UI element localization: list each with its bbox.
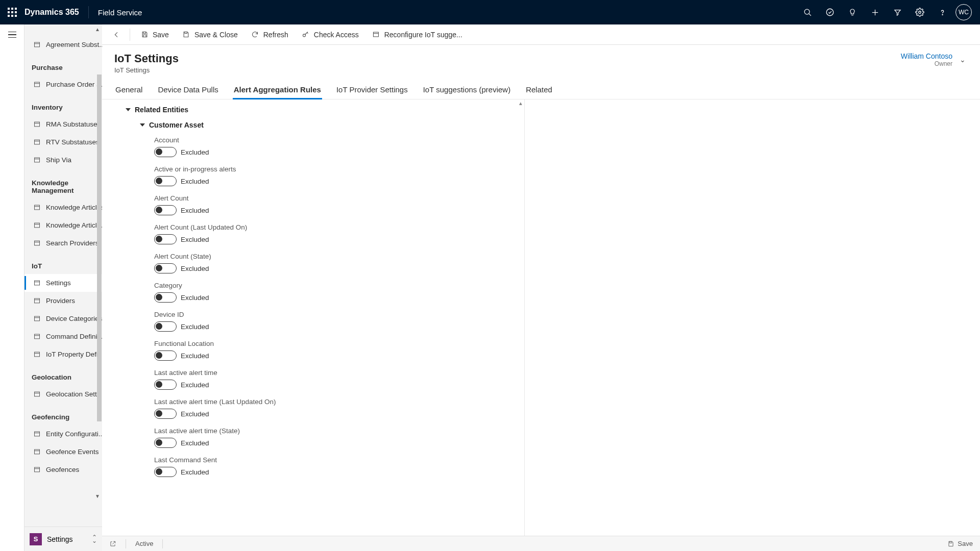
refresh-button[interactable]: Refresh xyxy=(246,27,293,43)
sidebar-item-label: Purchase Order S... xyxy=(46,81,102,88)
form-field: Device IDExcluded xyxy=(154,311,512,332)
field-label: Alert Count (State) xyxy=(154,253,512,260)
sidebar-item[interactable]: RMA Substatuses xyxy=(24,115,102,133)
popout-button[interactable] xyxy=(109,540,116,547)
tab[interactable]: IoT Provider Settings xyxy=(335,80,409,99)
generic-icon xyxy=(33,297,41,305)
refresh-icon xyxy=(251,31,259,39)
sidebar-item-label: RTV Substatuses xyxy=(46,138,100,146)
toggle-switch[interactable] xyxy=(154,350,177,361)
toggle-state-label: Excluded xyxy=(181,323,209,331)
user-avatar[interactable]: WC xyxy=(955,4,972,20)
toggle-switch[interactable] xyxy=(154,205,177,215)
arrow-left-icon xyxy=(112,31,120,39)
sidebar-item[interactable]: Entity Configurati... xyxy=(24,425,102,443)
record-status: Active xyxy=(135,540,153,547)
generic-icon xyxy=(33,350,41,359)
svg-rect-47 xyxy=(950,541,952,543)
toggle-switch[interactable] xyxy=(154,438,177,448)
area-switcher-button[interactable]: S Settings ⌃⌄ xyxy=(24,527,102,551)
toggle-switch[interactable] xyxy=(154,409,177,419)
filter-button[interactable] xyxy=(886,0,909,24)
svg-rect-35 xyxy=(34,432,39,436)
field-label: Device ID xyxy=(154,311,512,318)
reconfigure-button[interactable]: Reconfigure IoT sugge... xyxy=(367,27,468,43)
reconfigure-label: Reconfigure IoT sugge... xyxy=(384,31,462,39)
toggle-state-label: Excluded xyxy=(181,294,209,302)
save-button[interactable]: Save xyxy=(135,27,174,43)
sidebar-scrollbar[interactable] xyxy=(97,74,102,421)
save-close-button[interactable]: Save & Close xyxy=(177,27,243,43)
tab[interactable]: IoT suggestions (preview) xyxy=(422,80,511,99)
toggle-knob xyxy=(156,148,162,155)
sidebar-item[interactable]: Agreement Subst... xyxy=(24,36,102,54)
sidebar-item[interactable]: Providers xyxy=(24,292,102,310)
sidebar-item[interactable]: RTV Substatuses xyxy=(24,133,102,151)
sidebar-item[interactable]: Knowledge Articles xyxy=(24,198,102,216)
form-field: Last active alert time (Last Updated On)… xyxy=(154,398,512,419)
generic-icon xyxy=(33,204,41,212)
settings-button[interactable] xyxy=(909,0,931,24)
field-label: Alert Count xyxy=(154,194,512,202)
add-button[interactable] xyxy=(864,0,886,24)
sidebar-item[interactable]: Command Definiti... xyxy=(24,328,102,345)
svg-rect-41 xyxy=(143,32,145,34)
record-owner-button[interactable]: William Contoso Owner ⌄ xyxy=(901,52,966,67)
tab[interactable]: Device Data Pulls xyxy=(157,80,219,99)
sidebar-item-label: Geolocation Setti... xyxy=(46,390,102,398)
sidebar-item[interactable]: Knowledge Article... xyxy=(24,216,102,234)
form-field: AccountExcluded xyxy=(154,136,512,157)
generic-icon xyxy=(33,120,41,129)
sitemap-toggle-button[interactable] xyxy=(0,24,24,45)
sidebar-item[interactable]: Purchase Order S... xyxy=(24,76,102,93)
toggle-switch[interactable] xyxy=(154,292,177,303)
tab[interactable]: Related xyxy=(525,80,553,99)
toggle-switch[interactable] xyxy=(154,467,177,477)
sidebar-item[interactable]: Geofences xyxy=(24,461,102,479)
sidebar-item[interactable]: Geolocation Setti... xyxy=(24,385,102,403)
toggle-switch[interactable] xyxy=(154,321,177,332)
sidebar-item[interactable]: Settings xyxy=(24,274,102,292)
tab[interactable]: General xyxy=(114,80,143,99)
sidebar-scroll-down[interactable]: ▼ xyxy=(95,493,100,499)
tab[interactable]: Alert Aggregation Rules xyxy=(233,80,322,99)
toggle-switch[interactable] xyxy=(154,234,177,244)
toggle-state-label: Excluded xyxy=(181,381,209,389)
form-field: Alert CountExcluded xyxy=(154,194,512,215)
sidebar-item-label: Geofences xyxy=(46,466,79,473)
generic-icon xyxy=(33,156,41,164)
footer-save-label: Save xyxy=(958,540,973,547)
doc-icon xyxy=(33,41,41,49)
subsection-customer-asset[interactable]: Customer Asset xyxy=(140,121,512,129)
toggle-switch[interactable] xyxy=(154,263,177,273)
toggle-switch[interactable] xyxy=(154,176,177,186)
svg-rect-19 xyxy=(34,223,39,228)
toggle-switch[interactable] xyxy=(154,147,177,157)
help-button[interactable] xyxy=(931,0,953,24)
owner-name: William Contoso xyxy=(901,52,952,60)
hamburger-icon xyxy=(8,32,16,38)
sidebar-group-header: Geolocation xyxy=(24,363,102,385)
form-scroll-up[interactable]: ▲ xyxy=(518,101,523,106)
footer-save-button[interactable]: Save xyxy=(947,540,973,547)
app-launcher-button[interactable] xyxy=(0,0,24,24)
sidebar-item[interactable]: Device Categories xyxy=(24,310,102,328)
sidebar-item[interactable]: Search Providers xyxy=(24,234,102,252)
sidebar-item-label: Agreement Subst... xyxy=(46,41,102,48)
search-button[interactable] xyxy=(796,0,819,24)
insights-button[interactable] xyxy=(841,0,864,24)
sidebar-item[interactable]: IoT Property Defin... xyxy=(24,345,102,363)
task-button[interactable] xyxy=(819,0,841,24)
section-related-entities[interactable]: Related Entities xyxy=(126,106,512,114)
sidebar-item[interactable]: Geofence Events xyxy=(24,443,102,461)
save-label: Save xyxy=(153,31,169,39)
svg-point-5 xyxy=(919,11,921,14)
back-button[interactable] xyxy=(108,27,125,43)
toggle-switch[interactable] xyxy=(154,380,177,390)
check-access-button[interactable]: Check Access xyxy=(297,27,364,43)
toggle-knob xyxy=(156,236,162,242)
topbar-divider xyxy=(88,6,89,18)
sidebar-item[interactable]: Ship Via xyxy=(24,151,102,169)
status-bar: Active Save xyxy=(102,536,980,551)
svg-rect-9 xyxy=(34,82,39,87)
